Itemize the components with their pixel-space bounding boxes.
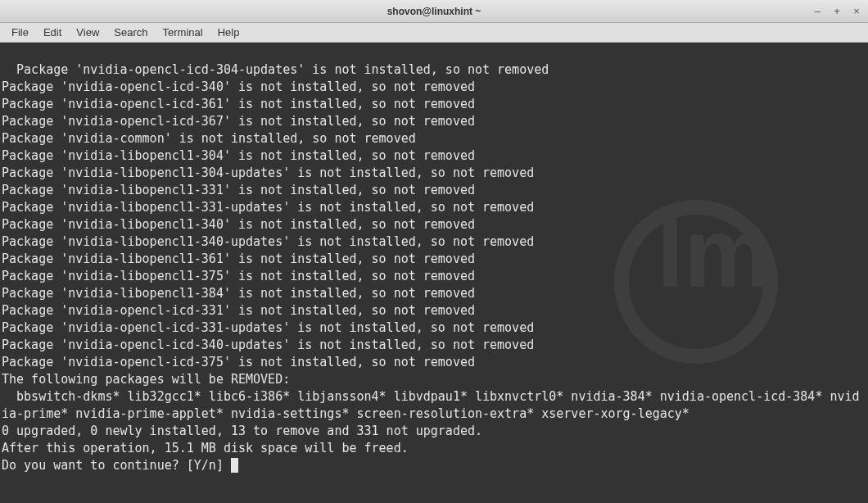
window-controls: – + × (809, 3, 865, 18)
terminal-prompt-line: Do you want to continue? [Y/n] (2, 458, 231, 473)
terminal-line: Package 'nvidia-opencl-icd-340-updates' … (2, 338, 534, 352)
maximize-button[interactable]: + (829, 3, 845, 18)
terminal-line: Package 'nvidia-libopencl1-384' is not i… (2, 286, 475, 301)
maximize-icon: + (834, 5, 840, 17)
terminal-line: Package 'nvidia-common' is not installed… (2, 131, 416, 146)
terminal-line: Package 'nvidia-libopencl1-304' is not i… (2, 148, 475, 163)
terminal-line: Package 'nvidia-libopencl1-340-updates' … (2, 234, 534, 249)
terminal-line: Package 'nvidia-opencl-icd-340' is not i… (2, 79, 475, 94)
menu-search[interactable]: Search (107, 25, 154, 40)
terminal-line: Package 'nvidia-opencl-icd-331-updates' … (2, 320, 534, 335)
menu-edit[interactable]: Edit (37, 25, 68, 40)
terminal-line: Package 'nvidia-opencl-icd-361' is not i… (2, 97, 475, 111)
menu-view[interactable]: View (70, 25, 106, 40)
menu-help[interactable]: Help (211, 25, 246, 40)
terminal-line: Package 'nvidia-opencl-icd-331' is not i… (2, 303, 475, 318)
close-button[interactable]: × (848, 3, 865, 18)
menubar: File Edit View Search Terminal Help (0, 23, 868, 43)
terminal-line: Package 'nvidia-libopencl1-340' is not i… (2, 217, 475, 232)
menu-terminal[interactable]: Terminal (156, 25, 210, 40)
terminal-line: Package 'nvidia-libopencl1-361' is not i… (2, 252, 475, 266)
close-icon: × (853, 5, 860, 17)
background-logo: lm (614, 165, 778, 329)
terminal-line: After this operation, 15.1 MB disk space… (2, 441, 409, 455)
terminal-line: Package 'nvidia-opencl-icd-367' is not i… (2, 114, 475, 129)
terminal-line: Package 'nvidia-libopencl1-304-updates' … (2, 165, 534, 180)
menu-file[interactable]: File (5, 25, 35, 40)
terminal-line: Package 'nvidia-libopencl1-375' is not i… (2, 269, 475, 283)
titlebar: shovon@linuxhint ~ – + × (0, 0, 868, 23)
terminal-line: bbswitch-dkms* lib32gcc1* libc6-i386* li… (2, 389, 860, 421)
terminal-cursor (231, 458, 238, 473)
terminal-output[interactable]: lm Package 'nvidia-opencl-icd-304-update… (0, 43, 868, 503)
minimize-icon: – (814, 5, 820, 17)
terminal-line: Package 'nvidia-libopencl1-331' is not i… (2, 183, 475, 197)
terminal-line: 0 upgraded, 0 newly installed, 13 to rem… (2, 424, 482, 438)
minimize-button[interactable]: – (809, 3, 825, 18)
terminal-line: Package 'nvidia-opencl-icd-375' is not i… (2, 355, 475, 369)
terminal-line: Package 'nvidia-libopencl1-331-updates' … (2, 200, 534, 215)
terminal-line: Package 'nvidia-opencl-icd-304-updates' … (16, 62, 549, 77)
terminal-line: The following packages will be REMOVED: (2, 372, 290, 387)
window-title: shovon@linuxhint ~ (387, 6, 481, 17)
